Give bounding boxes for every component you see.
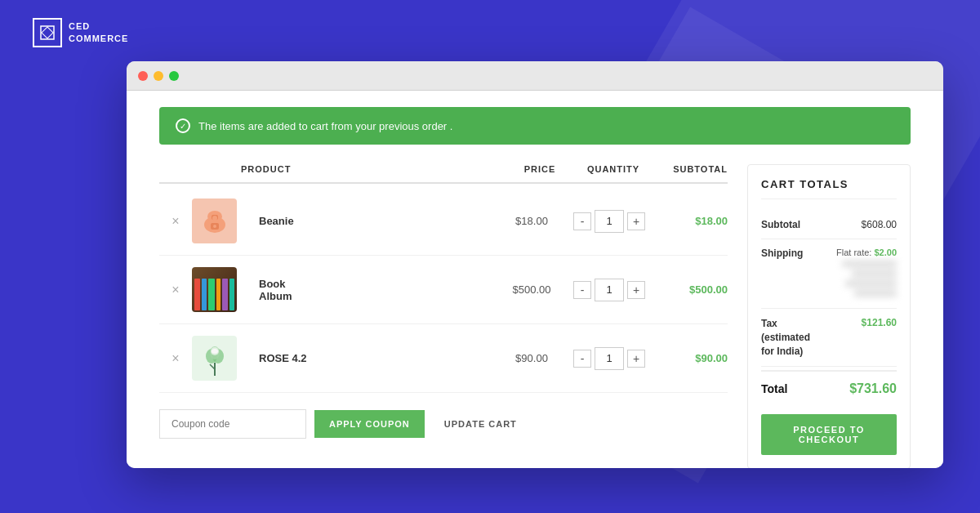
item-3-price: $90.00: [499, 352, 564, 364]
cart-area: PRODUCT PRICE QUANTITY SUBTOTAL ×: [159, 164, 728, 468]
item-3-qty-input[interactable]: [595, 347, 624, 370]
item-1-qty-increase[interactable]: +: [627, 212, 645, 230]
logo-text: CED COMMERCE: [69, 20, 128, 46]
tax-value: $121.60: [862, 317, 897, 328]
logo-icon: [33, 18, 62, 47]
col-header-price: PRICE: [507, 164, 572, 174]
shipping-label: Shipping: [761, 248, 803, 259]
flat-rate-text: Flat rate: $2.00: [836, 248, 897, 257]
item-2-price: $500.00: [499, 283, 564, 296]
shipping-options-blurred: [836, 261, 897, 297]
item-2-subtotal: $500.00: [654, 283, 728, 296]
svg-rect-1: [42, 27, 53, 38]
item-3-name: ROSE 4.2: [249, 352, 499, 364]
shipping-row: Shipping Flat rate: $2.00: [761, 239, 897, 309]
item-1-qty-control: - +: [564, 210, 654, 233]
apply-coupon-button[interactable]: APPLY COUPON: [314, 410, 425, 438]
item-2-qty-input[interactable]: [595, 279, 624, 301]
coupon-input[interactable]: [159, 409, 306, 439]
item-1-qty-decrease[interactable]: -: [573, 212, 591, 230]
remove-item-2-button[interactable]: ×: [159, 283, 192, 297]
checkmark-icon: ✓: [176, 118, 190, 133]
table-row: × ROSE 4.2 $90.00: [159, 324, 728, 393]
item-1-qty-input[interactable]: [595, 210, 624, 233]
coupon-area: APPLY COUPON UPDATE CART: [159, 409, 728, 439]
item-2-qty-decrease[interactable]: -: [573, 281, 591, 299]
remove-item-1-button[interactable]: ×: [159, 214, 192, 229]
browser-window: ✓ The items are added to cart from your …: [127, 61, 943, 468]
svg-rect-0: [41, 26, 54, 39]
banner-message: The items are added to cart from your pr…: [198, 120, 452, 132]
remove-item-3-button[interactable]: ×: [159, 351, 192, 366]
item-3-qty-control: - +: [564, 347, 654, 370]
total-row: Total $731.60: [761, 370, 897, 404]
item-3-image: [192, 336, 237, 381]
maximize-dot[interactable]: [169, 71, 179, 81]
item-3-qty-decrease[interactable]: -: [573, 350, 591, 368]
item-2-image: [192, 267, 237, 312]
item-1-price: $18.00: [499, 215, 564, 227]
tax-row: Tax (estimated for India) $121.60: [761, 309, 897, 367]
proceed-to-checkout-button[interactable]: PROCEED TO CHECKOUT: [761, 414, 897, 455]
cart-totals-title: CART TOTALS: [761, 178, 897, 199]
item-3-subtotal: $90.00: [654, 352, 728, 364]
item-1-image: [192, 199, 237, 243]
col-header-subtotal: SUBTOTAL: [654, 164, 728, 174]
minimize-dot[interactable]: [154, 71, 163, 81]
close-dot[interactable]: [138, 71, 148, 81]
main-layout: PRODUCT PRICE QUANTITY SUBTOTAL ×: [159, 164, 911, 468]
item-2-qty-control: - +: [564, 279, 654, 301]
total-label: Total: [761, 382, 787, 395]
tax-label: Tax (estimated for India): [761, 317, 810, 358]
svg-point-7: [213, 225, 216, 228]
subtotal-row: Subtotal $608.00: [761, 211, 897, 239]
item-3-qty-increase[interactable]: +: [627, 350, 645, 368]
cart-totals-panel: CART TOTALS Subtotal $608.00 Shipping Fl…: [747, 164, 911, 468]
logo: CED COMMERCE: [33, 18, 128, 47]
table-header: PRODUCT PRICE QUANTITY SUBTOTAL: [159, 164, 728, 184]
success-banner: ✓ The items are added to cart from your …: [159, 107, 911, 145]
svg-point-5: [212, 216, 217, 221]
subtotal-label: Subtotal: [761, 219, 800, 230]
item-1-name: Beanie: [249, 215, 499, 227]
browser-chrome: [127, 61, 943, 91]
subtotal-value: $608.00: [862, 219, 897, 230]
item-2-name: Book Album: [249, 278, 499, 302]
table-row: × Beanie $18.00: [159, 187, 728, 256]
table-row: × Book Album $500.00: [159, 256, 728, 324]
update-cart-button[interactable]: UPDATE CART: [433, 410, 528, 438]
col-header-product: PRODUCT: [241, 164, 507, 174]
item-1-subtotal: $18.00: [654, 215, 728, 227]
col-header-quantity: QUANTITY: [572, 164, 654, 174]
item-2-qty-increase[interactable]: +: [627, 281, 645, 299]
total-value: $731.60: [849, 381, 897, 396]
browser-content: ✓ The items are added to cart from your …: [127, 91, 943, 468]
svg-point-14: [212, 349, 218, 354]
shipping-options-container: Flat rate: $2.00: [836, 248, 897, 300]
